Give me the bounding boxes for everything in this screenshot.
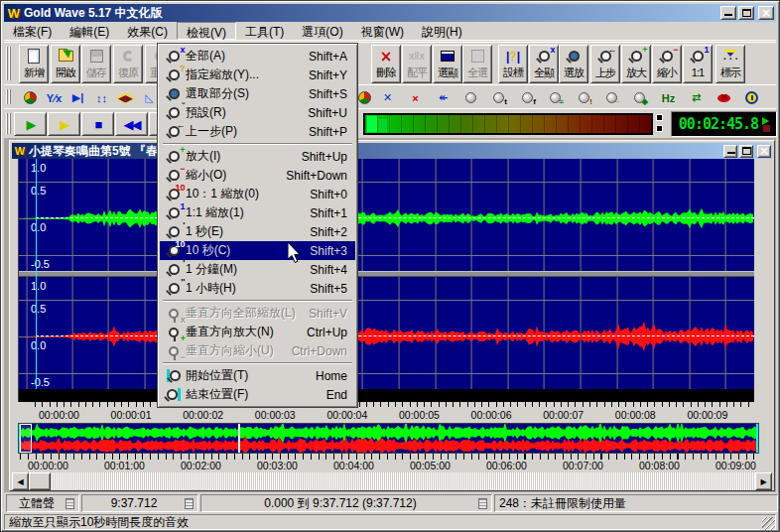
resize-grip[interactable] [762, 517, 775, 530]
magnifier-badge: + [642, 45, 647, 55]
scroll-left-button[interactable]: ◀ [12, 472, 29, 490]
rewind-button[interactable]: ◀◀ [115, 112, 148, 136]
menu-item-4[interactable]: ˘預設(R)Shift+U [160, 103, 355, 122]
meter-option-button-bottom[interactable] [656, 125, 663, 132]
toolbar-button-全顯[interactable]: x全顯 [529, 45, 559, 83]
marker-icon-wrap: |?| [499, 46, 527, 66]
toolbar-button-save[interactable]: 儲存 [81, 45, 111, 83]
toolbar-button-1:1[interactable]: 11:1 [683, 45, 713, 83]
menu-item-10[interactable]: '1 秒(E)Shift+2 [160, 222, 355, 241]
seek-end-button[interactable]: ▶| [66, 87, 89, 108]
menu-item-6[interactable]: +放大(I)Shift+Up [160, 147, 355, 166]
scroll-right-button[interactable]: ▶ [755, 472, 772, 490]
knob-face [493, 92, 504, 103]
menu-item-15[interactable]: +垂直方向放大(N)Ctrl+Up [160, 323, 355, 341]
knob-stereo-button[interactable]: ◆ [628, 87, 651, 108]
menubar-item-1[interactable]: 檔案(F) [4, 22, 61, 40]
resample-button[interactable]: ⇄ [685, 87, 708, 108]
toolbar-grip[interactable] [6, 47, 13, 80]
toolbar-button-放大[interactable]: +放大 [621, 45, 651, 83]
toolbar-button-selview[interactable]: 選顯 [433, 45, 462, 83]
expression-button[interactable]: Y⁄x [43, 87, 65, 108]
menu-item-3[interactable]: 選取部分(S)Shift+S [160, 84, 355, 103]
play-selection-button[interactable]: ▶ [48, 112, 80, 136]
menu-item-2[interactable]: ?指定縮放(Y)...Shift+Y [160, 66, 355, 84]
menu-item-12[interactable]: '1 分鐘(M)Shift+4 [160, 260, 355, 279]
menu-item-18[interactable]: 結束位置(F)End [160, 385, 355, 404]
toolbar-button-undo[interactable]: 復原 [113, 45, 143, 83]
menubar-item-4[interactable]: 檢視(V) [177, 22, 236, 40]
time-label: 00:00:06 [471, 409, 512, 421]
trim-left-button[interactable]: ↞ [432, 87, 455, 108]
maximize-button[interactable] [738, 6, 754, 20]
status-properties-icon[interactable] [185, 498, 194, 509]
sparkle-x-button[interactable]: ✕ [376, 87, 399, 108]
knob-alert-button[interactable]: ! [573, 87, 595, 108]
menubar-item-7[interactable]: 視窗(W) [352, 22, 413, 40]
menubar-item-5[interactable]: 工具(T) [236, 22, 293, 40]
menu-item-11[interactable]: 1010 秒(C)Shift+3 [160, 241, 355, 260]
sound-minimize-button[interactable] [723, 145, 737, 158]
menu-item-16[interactable]: −垂直方向縮小(U)Ctrl+Down [160, 341, 355, 360]
overview-selection-box[interactable] [20, 424, 32, 453]
knob-freq-button[interactable]: f [516, 87, 539, 108]
toolbar-button-selall[interactable]: 全選 [462, 45, 492, 83]
waveform-panel[interactable]: 1.00.50.0-0.5 1.00.50.0-0.5 [18, 159, 753, 402]
knob-sub: f [533, 97, 536, 106]
menu-item-14[interactable]: x垂直方向全部縮放(L)Shift+V [160, 304, 355, 323]
playback-position-line[interactable] [238, 424, 240, 453]
menu-item-17[interactable]: 開始位置(T)Home [160, 366, 355, 385]
toolbar-button-marker[interactable]: |?|設標 [498, 45, 528, 83]
toolbar-button-new[interactable]: 新增 [19, 45, 49, 83]
overview-bar[interactable] [18, 423, 759, 454]
sound-close-button[interactable]: × [757, 145, 771, 158]
scrollbar-thumb[interactable] [29, 472, 51, 490]
knob-time-button[interactable]: t [487, 87, 510, 108]
knob-eq-button[interactable]: = [544, 87, 567, 108]
menubar-item-3[interactable]: 效果(C) [118, 22, 177, 40]
toolbar-button-match[interactable]: x‖x配平 [402, 45, 432, 83]
toolbar-grip[interactable] [6, 89, 13, 104]
menu-item-1[interactable]: x全部(A)Shift+A [160, 47, 355, 66]
menu-item-5[interactable]: ←上一步(P)Shift+P [160, 122, 355, 141]
toolbar-button-label: 設標 [503, 66, 523, 78]
left-channel-waveform[interactable]: 1.00.50.0-0.5 [19, 159, 754, 271]
minimize-button[interactable] [720, 6, 736, 20]
toolbar-button-flag[interactable]: ···標示 [715, 45, 745, 83]
knob-nodes-button[interactable]: ·· [600, 87, 623, 108]
menu-item-8[interactable]: 1010：1 縮放(0)Shift+0 [160, 185, 355, 203]
selection-start-marker[interactable] [36, 159, 37, 389]
menu-item-7[interactable]: −縮小(O)Shift+Down [160, 166, 355, 185]
menubar-item-8[interactable]: 說明(H) [413, 22, 471, 40]
sound-maximize-button[interactable] [739, 145, 753, 158]
menubar-item-2[interactable]: 編輯(E) [61, 22, 118, 40]
status-properties-icon[interactable] [65, 498, 74, 509]
toolbar-grip[interactable] [6, 113, 13, 134]
pan-shape-button[interactable]: ◀▶ [114, 87, 137, 108]
sound-window-titlebar[interactable]: W 小提琴奏鳴曲第5號 『春 × [12, 143, 772, 159]
stop-button[interactable]: ■ [81, 112, 114, 136]
play-button[interactable]: ▶ [14, 112, 47, 136]
toolbar-button-縮小[interactable]: −縮小 [652, 45, 682, 83]
mixer-button[interactable] [19, 87, 42, 108]
knob-button[interactable] [459, 87, 482, 108]
menubar-item-6[interactable]: 選項(O) [293, 22, 351, 40]
sound-window[interactable]: W 小提琴奏鳴曲第5號 『春 × 1.00.50.0-0.5 1.00.50.0… [9, 140, 775, 491]
hz-play-button[interactable]: Hz [657, 87, 680, 108]
menu-item-13[interactable]: ''1 小時(H)Shift+5 [160, 279, 355, 298]
time-display: 00:02:45.8 [671, 111, 777, 137]
menu-item-9[interactable]: 11:1 縮放(1)Shift+1 [160, 203, 355, 222]
right-channel-waveform[interactable]: 1.00.50.0-0.5 [19, 277, 754, 389]
toolbar-button-del[interactable]: ×刪除 [371, 45, 401, 83]
meter-option-button-top[interactable] [656, 114, 663, 121]
toolbar-button-open[interactable]: 開啟 [51, 45, 80, 83]
time-clock-button[interactable] [740, 87, 763, 108]
voice-remove-button[interactable] [713, 87, 735, 108]
horizontal-scrollbar[interactable]: ◀ ▶ [12, 472, 772, 490]
close-button[interactable]: × [758, 6, 774, 20]
crossfade-x-button[interactable]: × [404, 87, 427, 108]
toolbar-button-上步[interactable]: ←上步 [590, 45, 620, 83]
match-arrows-button[interactable]: ↕↕ [90, 87, 113, 108]
toolbar-button-magfill[interactable]: 選放 [559, 45, 588, 83]
status-properties-icon[interactable] [478, 498, 487, 509]
